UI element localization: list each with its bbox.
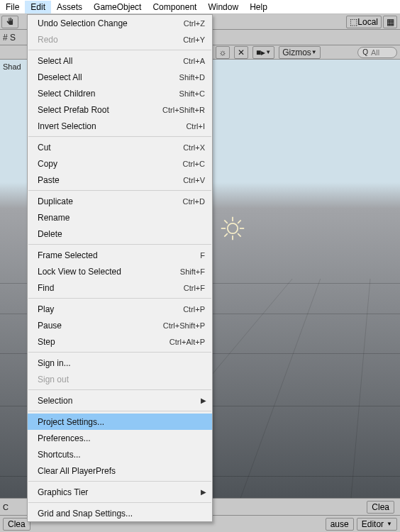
menu-separator <box>28 481 211 482</box>
menu-item-label: Selection <box>38 396 205 406</box>
chevron-down-icon: ▼ <box>265 49 271 55</box>
menu-item-project-settings[interactable]: Project Settings... <box>28 414 212 430</box>
menu-item-label: Redo <box>38 35 183 45</box>
menu-item-label: Grid and Snap Settings... <box>38 509 205 519</box>
editor-dropdown[interactable]: Editor ▼ <box>357 518 397 531</box>
menu-item-shortcut: Ctrl+Z <box>184 19 205 28</box>
menu-item-label: Invert Selection <box>38 121 186 131</box>
menubar: FileEditAssetsGameObjectComponentWindowH… <box>0 0 400 14</box>
chevron-right-icon: ▶ <box>201 397 206 404</box>
console-tab-label: C <box>3 503 9 511</box>
menu-item-copy[interactable]: CopyCtrl+C <box>28 155 212 172</box>
menu-item-label: Pause <box>38 321 163 331</box>
menu-item-select-all[interactable]: Select AllCtrl+A <box>28 52 212 69</box>
menu-item-select-prefab-root[interactable]: Select Prefab RootCtrl+Shift+R <box>28 101 212 118</box>
svg-line-6 <box>238 233 241 237</box>
menu-item-label: Select Prefab Root <box>38 105 162 115</box>
menu-item-label: Sign in... <box>38 358 205 368</box>
menu-edit[interactable]: Edit <box>25 1 51 13</box>
pause-button-partial[interactable]: ause <box>326 518 354 531</box>
menu-gameobject[interactable]: GameObject <box>88 1 147 13</box>
menu-item-shortcuts[interactable]: Shortcuts... <box>28 446 212 462</box>
edit-menu-dropdown: Undo Selection ChangeCtrl+ZRedoCtrl+YSel… <box>27 14 213 522</box>
menu-item-label: Rename <box>38 213 205 223</box>
camera-icon: ■▸ <box>256 48 265 57</box>
menu-item-shortcut: Ctrl+F <box>184 284 205 292</box>
menu-separator <box>28 411 211 411</box>
menu-component[interactable]: Component <box>147 1 202 13</box>
local-toggle[interactable]: ⬚ Local <box>346 16 382 28</box>
search-icon: Q <box>362 48 368 56</box>
menu-item-lock-view-to-selected[interactable]: Lock View to SelectedShift+F <box>28 263 212 279</box>
menu-item-step[interactable]: StepCtrl+Alt+P <box>28 333 212 350</box>
menu-item-invert-selection[interactable]: Invert SelectionCtrl+I <box>28 118 212 134</box>
menu-item-shortcut: Ctrl+C <box>183 160 205 168</box>
menu-item-rename[interactable]: Rename <box>28 209 212 226</box>
menu-item-label: Frame Selected <box>38 250 200 260</box>
menu-item-frame-selected[interactable]: Frame SelectedF <box>28 247 212 263</box>
menu-item-undo-selection-change[interactable]: Undo Selection ChangeCtrl+Z <box>28 15 212 31</box>
menu-separator <box>28 136 211 137</box>
directional-light-gizmo[interactable] <box>220 216 245 241</box>
menu-item-duplicate[interactable]: DuplicateCtrl+D <box>28 193 212 209</box>
gizmos-dropdown[interactable]: Gizmos ▼ <box>279 46 321 59</box>
menu-item-shortcut: Ctrl+P <box>183 305 205 314</box>
menu-item-shortcut: Ctrl+Shift+P <box>163 321 205 330</box>
menu-item-label: Clear All PlayerPrefs <box>38 466 205 476</box>
camera-dropdown[interactable]: ■▸▼ <box>252 46 274 59</box>
grid-icon: ▦ <box>387 17 394 27</box>
search-input[interactable] <box>371 48 392 57</box>
menu-item-label: Graphics Tier <box>38 487 205 497</box>
menu-item-label: Preferences... <box>38 433 205 443</box>
menu-assets[interactable]: Assets <box>51 1 88 13</box>
menu-item-graphics-tier[interactable]: Graphics Tier▶ <box>28 484 212 500</box>
menu-item-redo: RedoCtrl+Y <box>28 31 212 48</box>
menu-item-cut[interactable]: CutCtrl+X <box>28 139 212 155</box>
viewport-search[interactable]: Q <box>357 47 397 58</box>
menu-item-deselect-all[interactable]: Deselect AllShift+D <box>28 69 212 85</box>
clear-button-partial[interactable]: Clea <box>367 501 394 514</box>
menu-item-label: Lock View to Selected <box>38 267 180 277</box>
menu-item-pause[interactable]: PauseCtrl+Shift+P <box>28 317 212 333</box>
tools-icon: ✕ <box>238 48 245 57</box>
chevron-down-icon: ▼ <box>387 521 392 527</box>
menu-item-grid-and-snap-settings[interactable]: Grid and Snap Settings... <box>28 505 212 521</box>
menu-item-paste[interactable]: PasteCtrl+V <box>28 172 212 188</box>
sun-icon <box>220 216 245 241</box>
viewport-tool-button[interactable]: ✕ <box>234 46 248 59</box>
menu-separator <box>28 352 211 353</box>
menu-item-label: Select All <box>38 56 183 66</box>
menu-file[interactable]: File <box>0 1 25 13</box>
menu-item-sign-in[interactable]: Sign in... <box>28 355 212 371</box>
menu-item-clear-all-playerprefs[interactable]: Clear All PlayerPrefs <box>28 462 212 479</box>
viewport-settings-button[interactable]: ☼ <box>216 46 230 59</box>
snap-button[interactable]: ▦ <box>383 16 397 28</box>
hand-tool-button[interactable] <box>1 16 18 28</box>
menu-item-find[interactable]: FindCtrl+F <box>28 279 212 296</box>
menu-item-play[interactable]: PlayCtrl+P <box>28 301 212 317</box>
menu-item-shortcut: Shift+D <box>179 73 205 82</box>
menu-item-label: Delete <box>38 229 205 239</box>
menu-item-shortcut: Ctrl+Alt+P <box>170 338 205 346</box>
menu-item-label: Find <box>38 283 184 293</box>
hand-icon <box>5 17 15 27</box>
menu-separator <box>28 389 211 390</box>
menu-help[interactable]: Help <box>244 1 273 13</box>
menu-separator <box>28 298 211 299</box>
menu-item-label: Select Children <box>38 89 179 99</box>
hierarchy-item[interactable]: Shad <box>3 62 21 71</box>
svg-line-5 <box>224 220 228 223</box>
menu-window[interactable]: Window <box>202 1 244 13</box>
chevron-down-icon: ▼ <box>311 49 317 55</box>
menu-item-select-children[interactable]: Select ChildrenShift+C <box>28 85 212 101</box>
clear-button[interactable]: Clea <box>3 518 30 531</box>
menu-item-preferences[interactable]: Preferences... <box>28 430 212 446</box>
menu-item-selection[interactable]: Selection▶ <box>28 392 212 409</box>
gizmos-label: Gizmos <box>282 48 311 57</box>
menu-item-shortcut: Ctrl+X <box>183 143 205 152</box>
menu-separator <box>28 190 211 191</box>
local-icon: ⬚ <box>350 17 357 27</box>
menu-item-label: Paste <box>38 175 183 185</box>
scene-label: # S <box>3 33 16 43</box>
menu-item-delete[interactable]: Delete <box>28 226 212 242</box>
